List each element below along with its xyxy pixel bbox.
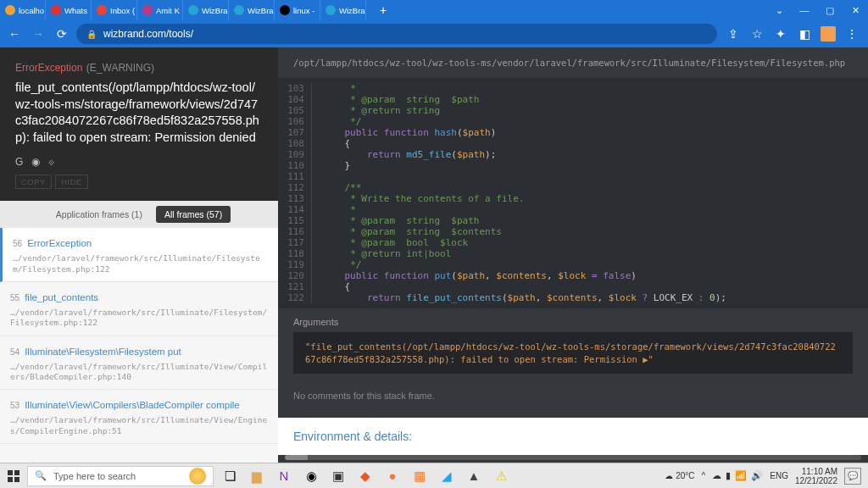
line-content: * <box>312 204 356 215</box>
hide-button[interactable]: HIDE <box>55 175 88 189</box>
cortana-icon[interactable] <box>189 468 206 485</box>
url-field[interactable]: 🔒 wizbrand.com/tools/ <box>76 24 717 44</box>
browser-tab[interactable]: WizBra <box>229 0 275 20</box>
code-line: 107 public function hash($path) <box>278 127 868 138</box>
code-line: 108 { <box>278 138 868 149</box>
app-frames-tab[interactable]: Application frames (1) <box>47 206 151 223</box>
onedrive-icon[interactable]: ☁ <box>712 470 721 481</box>
page-content: ErrorException (E_WARNING) file_put_cont… <box>0 47 868 463</box>
browser-tab[interactable]: Whats <box>46 0 92 20</box>
search-icon: 🔍 <box>35 470 47 481</box>
tray-expand-icon[interactable]: ^ <box>702 471 706 480</box>
taskbar-search[interactable]: 🔍 Type here to search <box>27 466 214 486</box>
task-view-icon[interactable]: ❏ <box>217 464 242 488</box>
profile-avatar[interactable] <box>821 26 836 42</box>
tab-favicon <box>51 5 61 15</box>
line-content: public function hash($path) <box>312 127 496 138</box>
svg-rect-3 <box>14 477 19 482</box>
browser-tab[interactable]: WizBra <box>183 0 229 20</box>
line-content: * @return int|bool <box>312 248 451 259</box>
tray-icons: ☁ ▮ 📶 🔊 <box>712 470 763 481</box>
frame-path: …/vendor/laravel/framework/src/Illuminat… <box>10 362 268 383</box>
error-header: ErrorException (E_WARNING) file_put_cont… <box>0 47 278 201</box>
windows-taskbar: 🔍 Type here to search ❏ ▆ N ◉ ▣ ◆ ● ▦ ◢ … <box>0 463 868 488</box>
line-number: 112 <box>278 182 312 193</box>
stack-frame[interactable]: 55file_put_contents…/vendor/laravel/fram… <box>0 282 278 336</box>
close-button[interactable]: ✕ <box>843 0 868 20</box>
copy-button[interactable]: COPY <box>15 175 52 189</box>
clock[interactable]: 11:10 AM 12/21/2022 <box>795 467 837 485</box>
browser-tab[interactable]: localho <box>0 0 46 20</box>
notifications-icon[interactable]: 💬 <box>844 468 861 485</box>
stack-frame[interactable]: 54Illuminate\Filesystem\Filesystem put…/… <box>0 336 278 391</box>
chrome-icon[interactable]: ◉ <box>298 464 324 488</box>
line-number: 117 <box>278 237 312 248</box>
explorer-icon[interactable]: ▆ <box>244 464 270 488</box>
taskbar-apps: ❏ ▆ N ◉ ▣ ◆ ● ▦ ◢ ▲ ⚠ <box>217 464 514 488</box>
new-tab-button[interactable]: + <box>371 0 395 20</box>
duckduckgo-icon[interactable]: ◉ <box>31 156 40 168</box>
line-number: 115 <box>278 215 312 226</box>
code-line: 122 return file_put_contents($path, $con… <box>278 292 868 303</box>
tab-label: Whats <box>64 6 87 15</box>
brave-icon[interactable]: ◆ <box>353 464 378 488</box>
volume-icon[interactable]: 🔊 <box>751 470 763 481</box>
browser-tab[interactable]: Amit K <box>137 0 183 20</box>
warning-icon[interactable]: ⚠ <box>488 464 514 488</box>
back-button[interactable]: ← <box>5 25 24 43</box>
stackoverflow-icon[interactable]: ⟐ <box>48 156 54 168</box>
menu-icon[interactable]: ⋮ <box>844 26 860 42</box>
line-number: 111 <box>278 171 312 182</box>
browser-tabs: localhoWhatsInbox (Amit KWizBraWizBralin… <box>0 0 371 20</box>
reload-button[interactable]: ⟳ <box>53 25 71 43</box>
firefox-icon[interactable]: ● <box>380 464 405 488</box>
error-sidebar: ErrorException (E_WARNING) file_put_cont… <box>0 47 278 463</box>
line-number: 116 <box>278 226 312 237</box>
frame-title: file_put_contents <box>25 292 98 302</box>
terminal-icon[interactable]: ▣ <box>326 464 351 488</box>
line-number: 121 <box>278 281 312 292</box>
stack-frame[interactable]: 53Illuminate\View\Compilers\BladeCompile… <box>0 390 278 444</box>
google-icon[interactable]: G <box>15 156 23 168</box>
frame-switcher: Application frames (1) All frames (57) <box>0 201 278 228</box>
code-line: 115 * @param string $path <box>278 215 868 226</box>
minimize-button[interactable]: — <box>792 0 817 20</box>
stack-frames[interactable]: 56ErrorException…/vendor/laravel/framewo… <box>0 228 278 463</box>
arguments-value[interactable]: "file_put_contents(/opt/lampp/htdocs/wz-… <box>293 332 853 374</box>
stack-frame[interactable]: 56ErrorException…/vendor/laravel/framewo… <box>0 228 278 282</box>
start-button[interactable] <box>0 470 27 482</box>
forward-button[interactable]: → <box>29 25 47 43</box>
maximize-button[interactable]: ▢ <box>817 0 843 20</box>
browser-tab[interactable]: Inbox ( <box>92 0 137 20</box>
tab-label: WizBra <box>339 6 365 15</box>
horizontal-scrollbar[interactable] <box>285 455 861 460</box>
line-number: 114 <box>278 204 312 215</box>
browser-tab[interactable]: linux - <box>275 0 320 20</box>
code-line: 112 /** <box>278 182 868 193</box>
svg-rect-0 <box>8 470 13 475</box>
code-line: 111 <box>278 171 868 182</box>
line-number: 106 <box>278 116 312 127</box>
tab-favicon <box>326 5 336 15</box>
all-frames-tab[interactable]: All frames (57) <box>156 206 231 223</box>
app-icon[interactable]: ▲ <box>461 464 487 488</box>
install-icon[interactable]: ◧ <box>797 26 812 42</box>
frame-number: 53 <box>10 401 19 410</box>
tabs-dropdown-icon[interactable]: ⌄ <box>766 0 792 20</box>
address-bar: ← → ⟳ 🔒 wizbrand.com/tools/ ⇪ ☆ ✦ ◧ ⋮ <box>0 20 868 47</box>
weather-widget[interactable]: ☁ 20°C <box>665 471 694 480</box>
xampp-icon[interactable]: ▦ <box>407 464 432 488</box>
battery-icon[interactable]: ▮ <box>726 470 731 481</box>
language-indicator[interactable]: ENG <box>770 471 788 480</box>
wifi-icon[interactable]: 📶 <box>735 470 747 481</box>
error-type: ErrorException <box>15 62 82 74</box>
arguments-section: Arguments "file_put_contents(/opt/lampp/… <box>278 308 868 382</box>
onenote-icon[interactable]: N <box>271 464 297 488</box>
line-content: { <box>312 138 350 149</box>
vscode-icon[interactable]: ◢ <box>434 464 459 488</box>
extensions-icon[interactable]: ✦ <box>773 26 788 42</box>
frame-number: 56 <box>13 239 22 248</box>
browser-tab[interactable]: WizBra <box>320 0 366 20</box>
share-icon[interactable]: ⇪ <box>726 26 741 42</box>
bookmark-icon[interactable]: ☆ <box>749 26 765 42</box>
